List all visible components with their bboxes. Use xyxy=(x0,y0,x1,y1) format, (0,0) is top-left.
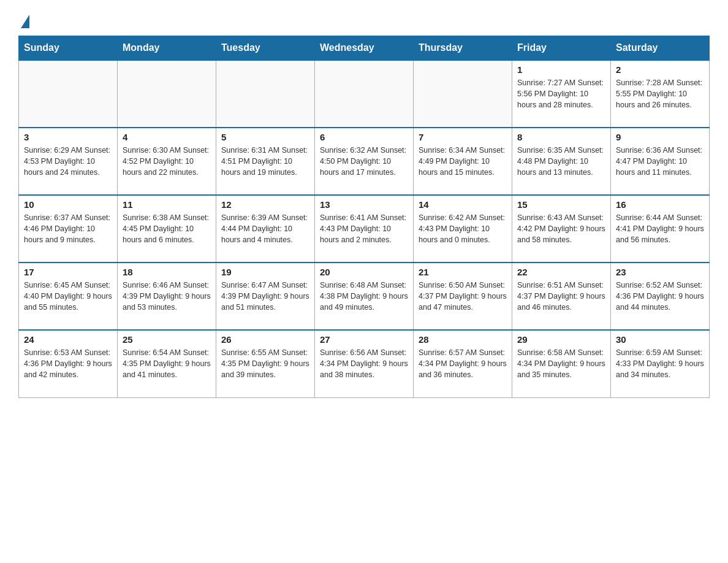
calendar-cell: 26Sunrise: 6:55 AM Sunset: 4:35 PM Dayli… xyxy=(216,330,315,397)
day-info: Sunrise: 6:47 AM Sunset: 4:39 PM Dayligh… xyxy=(221,280,309,313)
day-info: Sunrise: 6:38 AM Sunset: 4:45 PM Dayligh… xyxy=(123,212,211,245)
day-number: 17 xyxy=(24,267,112,277)
calendar-cell: 16Sunrise: 6:44 AM Sunset: 4:41 PM Dayli… xyxy=(611,195,710,262)
calendar-cell: 25Sunrise: 6:54 AM Sunset: 4:35 PM Dayli… xyxy=(118,330,216,397)
logo xyxy=(18,12,29,25)
calendar-cell: 9Sunrise: 6:36 AM Sunset: 4:47 PM Daylig… xyxy=(611,128,710,195)
day-info: Sunrise: 7:27 AM Sunset: 5:56 PM Dayligh… xyxy=(517,77,605,110)
calendar-cell: 2Sunrise: 7:28 AM Sunset: 5:55 PM Daylig… xyxy=(611,60,710,128)
day-info: Sunrise: 6:43 AM Sunset: 4:42 PM Dayligh… xyxy=(517,212,605,245)
day-info: Sunrise: 7:28 AM Sunset: 5:55 PM Dayligh… xyxy=(616,77,704,110)
day-info: Sunrise: 6:30 AM Sunset: 4:52 PM Dayligh… xyxy=(123,145,211,178)
day-info: Sunrise: 6:36 AM Sunset: 4:47 PM Dayligh… xyxy=(616,145,704,178)
calendar-cell: 8Sunrise: 6:35 AM Sunset: 4:48 PM Daylig… xyxy=(512,128,611,195)
day-info: Sunrise: 6:57 AM Sunset: 4:34 PM Dayligh… xyxy=(419,347,507,380)
day-number: 20 xyxy=(320,267,408,277)
calendar-cell xyxy=(19,60,118,128)
calendar-header-row: SundayMondayTuesdayWednesdayThursdayFrid… xyxy=(19,36,710,61)
calendar-cell: 22Sunrise: 6:51 AM Sunset: 4:37 PM Dayli… xyxy=(512,262,611,330)
calendar-week-row: 24Sunrise: 6:53 AM Sunset: 4:36 PM Dayli… xyxy=(19,330,710,397)
column-header-friday: Friday xyxy=(512,36,611,61)
day-info: Sunrise: 6:58 AM Sunset: 4:34 PM Dayligh… xyxy=(517,347,605,380)
calendar-week-row: 10Sunrise: 6:37 AM Sunset: 4:46 PM Dayli… xyxy=(19,195,710,262)
calendar-cell: 5Sunrise: 6:31 AM Sunset: 4:51 PM Daylig… xyxy=(216,128,315,195)
day-number: 29 xyxy=(517,334,605,345)
day-number: 21 xyxy=(419,267,507,277)
calendar-cell: 14Sunrise: 6:42 AM Sunset: 4:43 PM Dayli… xyxy=(414,195,512,262)
calendar-cell: 11Sunrise: 6:38 AM Sunset: 4:45 PM Dayli… xyxy=(118,195,216,262)
day-number: 22 xyxy=(517,267,605,277)
day-info: Sunrise: 6:59 AM Sunset: 4:33 PM Dayligh… xyxy=(616,347,704,380)
day-info: Sunrise: 6:37 AM Sunset: 4:46 PM Dayligh… xyxy=(24,212,112,245)
logo-triangle-icon xyxy=(21,15,29,28)
column-header-tuesday: Tuesday xyxy=(216,36,315,61)
day-number: 23 xyxy=(616,267,704,277)
calendar-cell: 20Sunrise: 6:48 AM Sunset: 4:38 PM Dayli… xyxy=(315,262,414,330)
calendar-cell: 15Sunrise: 6:43 AM Sunset: 4:42 PM Dayli… xyxy=(512,195,611,262)
day-info: Sunrise: 6:55 AM Sunset: 4:35 PM Dayligh… xyxy=(221,347,309,380)
calendar-cell: 10Sunrise: 6:37 AM Sunset: 4:46 PM Dayli… xyxy=(19,195,118,262)
day-info: Sunrise: 6:54 AM Sunset: 4:35 PM Dayligh… xyxy=(123,347,211,380)
calendar-cell: 4Sunrise: 6:30 AM Sunset: 4:52 PM Daylig… xyxy=(118,128,216,195)
calendar-cell xyxy=(315,60,414,128)
calendar-cell: 12Sunrise: 6:39 AM Sunset: 4:44 PM Dayli… xyxy=(216,195,315,262)
day-info: Sunrise: 6:48 AM Sunset: 4:38 PM Dayligh… xyxy=(320,280,408,313)
calendar-cell: 23Sunrise: 6:52 AM Sunset: 4:36 PM Dayli… xyxy=(611,262,710,330)
day-number: 10 xyxy=(24,199,112,210)
column-header-saturday: Saturday xyxy=(611,36,710,61)
day-number: 27 xyxy=(320,334,408,345)
day-number: 13 xyxy=(320,199,408,210)
calendar-cell: 28Sunrise: 6:57 AM Sunset: 4:34 PM Dayli… xyxy=(414,330,512,397)
day-info: Sunrise: 6:53 AM Sunset: 4:36 PM Dayligh… xyxy=(24,347,112,380)
day-number: 26 xyxy=(221,334,309,345)
page-header xyxy=(18,12,710,25)
column-header-thursday: Thursday xyxy=(414,36,512,61)
calendar-cell: 29Sunrise: 6:58 AM Sunset: 4:34 PM Dayli… xyxy=(512,330,611,397)
calendar-cell: 13Sunrise: 6:41 AM Sunset: 4:43 PM Dayli… xyxy=(315,195,414,262)
day-number: 24 xyxy=(24,334,112,345)
calendar-cell: 19Sunrise: 6:47 AM Sunset: 4:39 PM Dayli… xyxy=(216,262,315,330)
day-info: Sunrise: 6:51 AM Sunset: 4:37 PM Dayligh… xyxy=(517,280,605,313)
column-header-monday: Monday xyxy=(118,36,216,61)
day-number: 19 xyxy=(221,267,309,277)
day-info: Sunrise: 6:32 AM Sunset: 4:50 PM Dayligh… xyxy=(320,145,408,178)
day-number: 18 xyxy=(123,267,211,277)
calendar-table: SundayMondayTuesdayWednesdayThursdayFrid… xyxy=(18,36,710,398)
day-number: 30 xyxy=(616,334,704,345)
day-number: 12 xyxy=(221,199,309,210)
day-info: Sunrise: 6:31 AM Sunset: 4:51 PM Dayligh… xyxy=(221,145,309,178)
day-info: Sunrise: 6:45 AM Sunset: 4:40 PM Dayligh… xyxy=(24,280,112,313)
day-info: Sunrise: 6:56 AM Sunset: 4:34 PM Dayligh… xyxy=(320,347,408,380)
day-number: 3 xyxy=(24,132,112,142)
day-info: Sunrise: 6:34 AM Sunset: 4:49 PM Dayligh… xyxy=(419,145,507,178)
day-number: 11 xyxy=(123,199,211,210)
day-number: 28 xyxy=(419,334,507,345)
calendar-cell: 1Sunrise: 7:27 AM Sunset: 5:56 PM Daylig… xyxy=(512,60,611,128)
calendar-cell: 18Sunrise: 6:46 AM Sunset: 4:39 PM Dayli… xyxy=(118,262,216,330)
day-number: 2 xyxy=(616,64,704,75)
day-info: Sunrise: 6:44 AM Sunset: 4:41 PM Dayligh… xyxy=(616,212,704,245)
day-number: 25 xyxy=(123,334,211,345)
day-info: Sunrise: 6:41 AM Sunset: 4:43 PM Dayligh… xyxy=(320,212,408,245)
day-number: 4 xyxy=(123,132,211,142)
day-number: 6 xyxy=(320,132,408,142)
day-info: Sunrise: 6:50 AM Sunset: 4:37 PM Dayligh… xyxy=(419,280,507,313)
calendar-cell: 21Sunrise: 6:50 AM Sunset: 4:37 PM Dayli… xyxy=(414,262,512,330)
calendar-cell xyxy=(414,60,512,128)
calendar-cell: 6Sunrise: 6:32 AM Sunset: 4:50 PM Daylig… xyxy=(315,128,414,195)
day-number: 8 xyxy=(517,132,605,142)
day-number: 1 xyxy=(517,64,605,75)
calendar-cell: 17Sunrise: 6:45 AM Sunset: 4:40 PM Dayli… xyxy=(19,262,118,330)
calendar-cell xyxy=(118,60,216,128)
day-number: 9 xyxy=(616,132,704,142)
calendar-cell: 3Sunrise: 6:29 AM Sunset: 4:53 PM Daylig… xyxy=(19,128,118,195)
calendar-cell: 7Sunrise: 6:34 AM Sunset: 4:49 PM Daylig… xyxy=(414,128,512,195)
calendar-week-row: 17Sunrise: 6:45 AM Sunset: 4:40 PM Dayli… xyxy=(19,262,710,330)
calendar-cell xyxy=(216,60,315,128)
calendar-cell: 27Sunrise: 6:56 AM Sunset: 4:34 PM Dayli… xyxy=(315,330,414,397)
day-number: 15 xyxy=(517,199,605,210)
day-info: Sunrise: 6:29 AM Sunset: 4:53 PM Dayligh… xyxy=(24,145,112,178)
day-number: 14 xyxy=(419,199,507,210)
calendar-cell: 24Sunrise: 6:53 AM Sunset: 4:36 PM Dayli… xyxy=(19,330,118,397)
day-info: Sunrise: 6:39 AM Sunset: 4:44 PM Dayligh… xyxy=(221,212,309,245)
